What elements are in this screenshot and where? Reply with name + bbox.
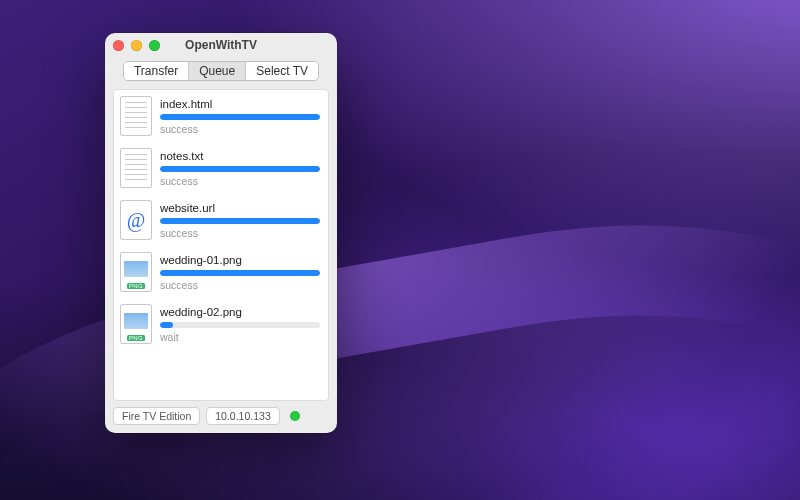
tab-queue[interactable]: Queue [189,62,246,80]
queue-panel: index.htmlsuccessnotes.txtsuccess@websit… [113,89,329,401]
progress-bar [160,270,320,276]
file-thumbnail-icon: @ [120,200,152,240]
file-thumbnail-icon: PNG [120,252,152,292]
window-titlebar[interactable]: OpenWithTV [105,33,337,57]
tab-transfer[interactable]: Transfer [124,62,189,80]
file-name: wedding-02.png [160,306,320,318]
tab-select-tv[interactable]: Select TV [246,62,318,80]
queue-item[interactable]: @website.urlsuccess [114,194,328,246]
desktop-wallpaper: OpenWithTV Transfer Queue Select TV inde… [0,0,800,500]
file-thumbnail-icon [120,148,152,188]
progress-bar [160,218,320,224]
minimize-icon[interactable] [131,40,142,51]
progress-bar [160,322,320,328]
edition-badge: Fire TV Edition [113,407,200,425]
zoom-icon[interactable] [149,40,160,51]
tab-bar: Transfer Queue Select TV [105,57,337,89]
queue-item[interactable]: PNGwedding-02.pngwait [114,298,328,350]
close-icon[interactable] [113,40,124,51]
queue-item[interactable]: notes.txtsuccess [114,142,328,194]
progress-bar [160,166,320,172]
transfer-status: wait [160,331,320,343]
device-ip: 10.0.10.133 [206,407,279,425]
transfer-status: success [160,175,320,187]
progress-bar [160,114,320,120]
file-name: website.url [160,202,320,214]
file-thumbnail-icon: PNG [120,304,152,344]
file-name: wedding-01.png [160,254,320,266]
file-thumbnail-icon [120,96,152,136]
transfer-status: success [160,123,320,135]
queue-item[interactable]: PNGwedding-01.pngsuccess [114,246,328,298]
file-name: index.html [160,98,320,110]
status-bar: Fire TV Edition 10.0.10.133 [105,401,337,433]
queue-list[interactable]: index.htmlsuccessnotes.txtsuccess@websit… [114,90,328,400]
window-title: OpenWithTV [185,38,257,52]
transfer-status: success [160,227,320,239]
transfer-status: success [160,279,320,291]
app-window: OpenWithTV Transfer Queue Select TV inde… [105,33,337,433]
connection-status-icon [290,411,300,421]
file-name: notes.txt [160,150,320,162]
queue-item[interactable]: index.htmlsuccess [114,90,328,142]
